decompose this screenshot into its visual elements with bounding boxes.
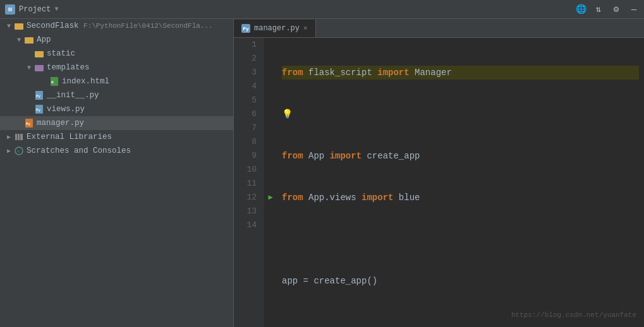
code-line-1: from flask_script import Manager bbox=[282, 66, 639, 80]
code-line-2: 💡 bbox=[282, 107, 639, 121]
spacer-manager: ▶ bbox=[15, 119, 23, 127]
scratches-icon: ✎ bbox=[14, 146, 24, 156]
spacer-views: ▶ bbox=[25, 105, 33, 113]
code-editor[interactable]: 1 2 3 4 5 6 7 8 9 10 11 12 13 14 bbox=[234, 38, 644, 327]
init-py-label: __init__.py bbox=[47, 91, 99, 100]
scratches-label: Scratches and Consoles bbox=[27, 146, 131, 155]
line-numbers: 1 2 3 4 5 6 7 8 9 10 11 12 13 14 bbox=[234, 38, 264, 327]
manager-py-label: manager.py bbox=[37, 119, 84, 128]
templates-label: templates bbox=[47, 63, 90, 72]
svg-rect-3 bbox=[35, 51, 44, 57]
tab-manager-py[interactable]: Py manager.py × bbox=[234, 20, 316, 37]
editor-area: Py manager.py × 1 2 3 4 5 6 7 8 9 10 11 … bbox=[234, 19, 644, 327]
sidebar-item-scratches[interactable]: ▶ ✎ Scratches and Consoles bbox=[0, 144, 233, 158]
py-file-icon-manager: Py bbox=[24, 118, 34, 128]
minimize-icon[interactable]: — bbox=[629, 4, 639, 15]
spacer-index: ▶ bbox=[40, 78, 48, 85]
svg-rect-13 bbox=[15, 134, 17, 140]
app-label: App bbox=[37, 35, 51, 44]
sidebar-item-secondflask[interactable]: ▼ SecondFlask F:\PythonFile\0412\SecondF… bbox=[0, 19, 233, 33]
chevron-templates: ▼ bbox=[25, 64, 33, 71]
sidebar-item-init-py[interactable]: ▶ Py __init__.py bbox=[0, 88, 233, 102]
svg-text:Py: Py bbox=[36, 108, 41, 112]
svg-rect-1 bbox=[15, 23, 18, 25]
svg-text:H: H bbox=[51, 80, 54, 85]
chevron-scratches: ▶ bbox=[5, 147, 13, 155]
settings-icon[interactable]: ⚙ bbox=[611, 4, 621, 15]
svg-text:Py: Py bbox=[36, 94, 41, 98]
folder-icon-secondflask bbox=[14, 21, 24, 31]
chevron-external: ▶ bbox=[5, 133, 13, 141]
project-icon: ▤ bbox=[5, 4, 15, 15]
svg-text:✎: ✎ bbox=[17, 149, 20, 154]
svg-rect-2 bbox=[25, 37, 33, 44]
sidebar-item-manager-py[interactable]: ▶ Py manager.py bbox=[0, 116, 233, 130]
tab-filename: manager.py bbox=[254, 24, 300, 33]
project-label: Project bbox=[19, 5, 51, 14]
code-line-4: from App.views import blue bbox=[282, 191, 639, 205]
folder-icon-static bbox=[34, 49, 44, 59]
library-icon bbox=[14, 132, 24, 142]
index-html-label: index.html bbox=[62, 77, 109, 86]
code-content[interactable]: from flask_script import Manager 💡 from … bbox=[277, 38, 644, 327]
chevron-secondflask: ▼ bbox=[5, 22, 13, 30]
tab-close-button[interactable]: × bbox=[303, 25, 308, 32]
sidebar-item-static[interactable]: ▶ static bbox=[0, 47, 233, 61]
title-bar: ▤ Project ▼ 🌐 ⇅ ⚙ — bbox=[0, 0, 644, 19]
secondflask-label: SecondFlask F:\PythonFile\0412\SecondFla… bbox=[27, 21, 213, 30]
sidebar-item-index-html[interactable]: ▶ H index.html bbox=[0, 74, 233, 88]
folder-icon-app bbox=[24, 35, 34, 45]
sidebar-item-app[interactable]: ▼ App bbox=[0, 33, 233, 47]
code-line-7 bbox=[282, 316, 639, 327]
tab-bar: Py manager.py × bbox=[234, 19, 644, 38]
dropdown-arrow[interactable]: ▼ bbox=[54, 6, 58, 13]
sidebar-item-external-libraries[interactable]: ▶ External Libraries bbox=[0, 130, 233, 144]
spacer-init: ▶ bbox=[25, 92, 33, 99]
folder-icon-templates bbox=[34, 62, 44, 73]
sidebar-item-views-py[interactable]: ▶ Py views.py bbox=[0, 102, 233, 116]
chevron-static: ▶ bbox=[25, 50, 33, 57]
svg-rect-4 bbox=[35, 65, 44, 71]
external-libraries-label: External Libraries bbox=[27, 133, 112, 141]
code-line-3: from App import create_app bbox=[282, 149, 639, 163]
title-bar-controls: 🌐 ⇅ ⚙ — bbox=[576, 4, 639, 15]
sidebar-item-templates[interactable]: ▼ templates bbox=[0, 61, 233, 74]
views-py-label: views.py bbox=[47, 105, 85, 114]
chevron-app: ▼ bbox=[15, 36, 23, 44]
run-arrow-icon[interactable]: ▶ bbox=[268, 191, 272, 205]
static-label: static bbox=[47, 49, 75, 58]
gutter: ▶ bbox=[264, 38, 277, 327]
main-layout: ▼ SecondFlask F:\PythonFile\0412\SecondF… bbox=[0, 19, 644, 327]
tab-py-icon: Py bbox=[241, 24, 250, 33]
html-file-icon: H bbox=[49, 76, 59, 86]
py-file-icon-views: Py bbox=[34, 104, 44, 114]
code-line-5 bbox=[282, 232, 639, 246]
sidebar: ▼ SecondFlask F:\PythonFile\0412\SecondF… bbox=[0, 19, 234, 327]
py-file-icon-init: Py bbox=[34, 90, 44, 100]
svg-rect-14 bbox=[18, 134, 20, 140]
svg-text:Py: Py bbox=[26, 122, 31, 126]
globe-icon[interactable]: 🌐 bbox=[576, 4, 586, 15]
code-line-6: app = create_app() bbox=[282, 274, 639, 288]
title-bar-left: ▤ Project ▼ bbox=[5, 4, 58, 15]
svg-rect-15 bbox=[20, 134, 23, 140]
split-icon[interactable]: ⇅ bbox=[593, 4, 604, 15]
